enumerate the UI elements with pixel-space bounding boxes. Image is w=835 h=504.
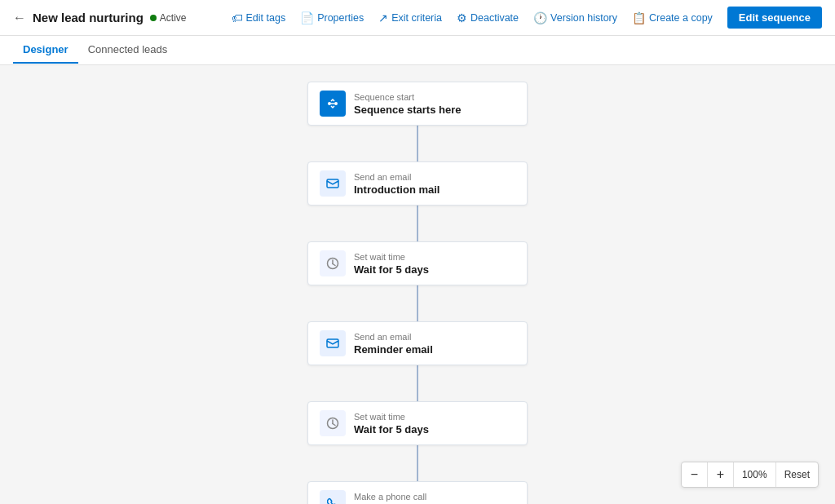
- connector-1: [417, 126, 418, 161]
- phone-call-card[interactable]: Make a phone call Call customer: [307, 481, 528, 504]
- header-actions: 🏷 Edit tags 📄 Properties ↗ Exit criteria…: [232, 7, 822, 29]
- email-2-title: Reminder email: [354, 343, 433, 356]
- wait-1-label: Set wait time: [354, 252, 429, 262]
- email-2-icon: [320, 330, 346, 356]
- wait-2-icon: [320, 410, 346, 436]
- wait-2-label: Set wait time: [354, 412, 429, 422]
- zoom-in-button[interactable]: +: [708, 462, 734, 487]
- deactivate-icon: ⚙: [457, 11, 467, 24]
- svg-rect-3: [327, 179, 338, 188]
- canvas: Sequence start Sequence starts here Send…: [0, 65, 835, 504]
- header: ← New lead nurturing Active 🏷 Edit tags …: [0, 0, 835, 36]
- phone-call-label: Make a phone call: [354, 492, 426, 502]
- page-title: New lead nurturing: [33, 11, 144, 24]
- properties-button[interactable]: 📄 Properties: [300, 11, 364, 24]
- connector-5: [417, 445, 418, 481]
- phone-call-text: Make a phone call Call customer: [354, 492, 426, 505]
- svg-point-1: [334, 102, 338, 105]
- connector-2: [417, 206, 418, 241]
- sequence-start-icon: [320, 91, 346, 117]
- exit-criteria-button[interactable]: ↗ Exit criteria: [378, 11, 442, 24]
- status-badge: Active: [150, 12, 187, 24]
- sequence-start-text: Sequence start Sequence starts here: [354, 92, 462, 116]
- flow: Sequence start Sequence starts here Send…: [295, 82, 540, 504]
- version-history-button[interactable]: 🕐 Version history: [533, 11, 617, 24]
- email-1-title: Introduction mail: [354, 183, 440, 196]
- tab-designer[interactable]: Designer: [13, 37, 78, 64]
- svg-line-6: [333, 264, 335, 266]
- email-1-label: Send an email: [354, 172, 440, 182]
- zoom-out-button[interactable]: −: [682, 462, 708, 487]
- email-2-text: Send an email Reminder email: [354, 332, 433, 356]
- exit-icon: ↗: [378, 11, 388, 24]
- back-button[interactable]: ←: [13, 11, 26, 25]
- email-1-text: Send an email Introduction mail: [354, 172, 440, 196]
- zoom-controls: − + 100% Reset: [681, 462, 819, 488]
- wait-2-title: Wait for 5 days: [354, 423, 429, 435]
- history-icon: 🕐: [533, 11, 547, 24]
- zoom-reset-button[interactable]: Reset: [776, 462, 818, 487]
- phone-icon: [320, 490, 346, 504]
- send-email-1-card[interactable]: Send an email Introduction mail: [307, 161, 528, 206]
- tabs-bar: Designer Connected leads: [0, 36, 835, 65]
- zoom-level: 100%: [734, 462, 776, 487]
- status-dot: [150, 15, 157, 21]
- sequence-start-label: Sequence start: [354, 92, 462, 102]
- svg-rect-7: [327, 339, 338, 347]
- deactivate-button[interactable]: ⚙ Deactivate: [457, 11, 519, 24]
- send-email-2-card[interactable]: Send an email Reminder email: [307, 321, 528, 365]
- connector-3: [417, 285, 418, 321]
- email-1-icon: [320, 170, 346, 197]
- edit-tags-button[interactable]: 🏷 Edit tags: [232, 11, 286, 24]
- create-copy-button[interactable]: 📋 Create a copy: [632, 11, 713, 24]
- copy-icon: 📋: [632, 11, 646, 24]
- wait-1-card[interactable]: Set wait time Wait for 5 days: [307, 241, 528, 285]
- wait-1-icon: [320, 250, 346, 276]
- wait-2-text: Set wait time Wait for 5 days: [354, 412, 429, 435]
- edit-sequence-button[interactable]: Edit sequence: [727, 7, 822, 29]
- header-left: ← New lead nurturing Active: [13, 11, 187, 25]
- wait-1-title: Wait for 5 days: [354, 263, 429, 276]
- svg-line-10: [333, 424, 335, 426]
- properties-icon: 📄: [300, 11, 314, 24]
- connector-4: [417, 365, 418, 401]
- sequence-start-card[interactable]: Sequence start Sequence starts here: [307, 82, 528, 126]
- svg-point-0: [328, 102, 331, 105]
- wait-1-text: Set wait time Wait for 5 days: [354, 252, 429, 276]
- email-2-label: Send an email: [354, 332, 433, 342]
- tag-icon: 🏷: [232, 11, 243, 24]
- wait-2-card[interactable]: Set wait time Wait for 5 days: [307, 401, 528, 445]
- sequence-start-title: Sequence starts here: [354, 104, 462, 116]
- status-label: Active: [160, 12, 187, 24]
- tab-connected-leads[interactable]: Connected leads: [78, 37, 178, 64]
